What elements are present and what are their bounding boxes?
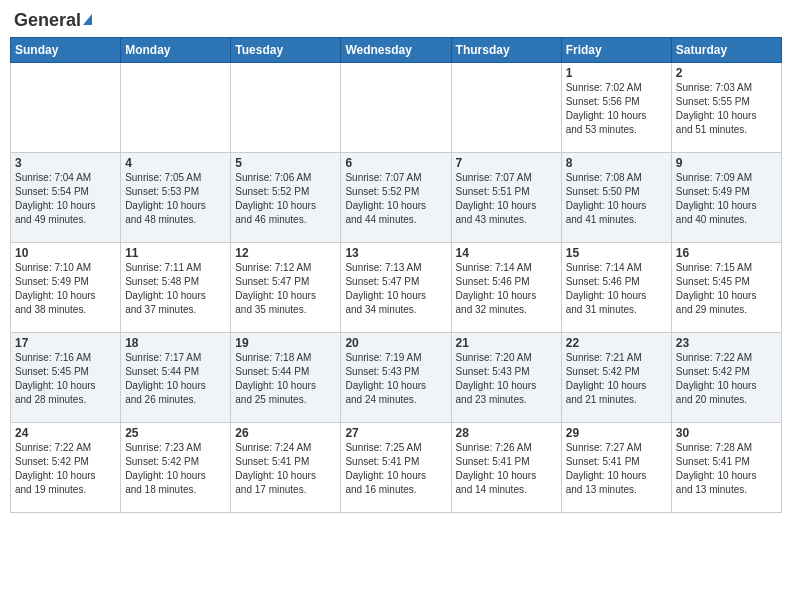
logo: General xyxy=(14,10,92,29)
cell-sun-info: Sunrise: 7:05 AM Sunset: 5:53 PM Dayligh… xyxy=(125,171,226,227)
cell-sun-info: Sunrise: 7:15 AM Sunset: 5:45 PM Dayligh… xyxy=(676,261,777,317)
day-number: 16 xyxy=(676,246,777,260)
day-number: 21 xyxy=(456,336,557,350)
weekday-header: Saturday xyxy=(671,38,781,63)
calendar-cell: 17Sunrise: 7:16 AM Sunset: 5:45 PM Dayli… xyxy=(11,333,121,423)
weekday-header: Thursday xyxy=(451,38,561,63)
day-number: 23 xyxy=(676,336,777,350)
day-number: 25 xyxy=(125,426,226,440)
day-number: 11 xyxy=(125,246,226,260)
weekday-header: Friday xyxy=(561,38,671,63)
cell-sun-info: Sunrise: 7:06 AM Sunset: 5:52 PM Dayligh… xyxy=(235,171,336,227)
cell-sun-info: Sunrise: 7:11 AM Sunset: 5:48 PM Dayligh… xyxy=(125,261,226,317)
cell-sun-info: Sunrise: 7:19 AM Sunset: 5:43 PM Dayligh… xyxy=(345,351,446,407)
calendar-cell: 4Sunrise: 7:05 AM Sunset: 5:53 PM Daylig… xyxy=(121,153,231,243)
calendar-cell xyxy=(341,63,451,153)
calendar-cell: 13Sunrise: 7:13 AM Sunset: 5:47 PM Dayli… xyxy=(341,243,451,333)
page-header: General xyxy=(10,10,782,29)
cell-sun-info: Sunrise: 7:22 AM Sunset: 5:42 PM Dayligh… xyxy=(15,441,116,497)
cell-sun-info: Sunrise: 7:22 AM Sunset: 5:42 PM Dayligh… xyxy=(676,351,777,407)
calendar-cell xyxy=(121,63,231,153)
calendar-cell: 8Sunrise: 7:08 AM Sunset: 5:50 PM Daylig… xyxy=(561,153,671,243)
calendar-cell: 7Sunrise: 7:07 AM Sunset: 5:51 PM Daylig… xyxy=(451,153,561,243)
day-number: 9 xyxy=(676,156,777,170)
calendar-cell: 9Sunrise: 7:09 AM Sunset: 5:49 PM Daylig… xyxy=(671,153,781,243)
calendar-week-row: 10Sunrise: 7:10 AM Sunset: 5:49 PM Dayli… xyxy=(11,243,782,333)
calendar-body: 1Sunrise: 7:02 AM Sunset: 5:56 PM Daylig… xyxy=(11,63,782,513)
calendar-cell xyxy=(11,63,121,153)
calendar-cell: 3Sunrise: 7:04 AM Sunset: 5:54 PM Daylig… xyxy=(11,153,121,243)
day-number: 14 xyxy=(456,246,557,260)
cell-sun-info: Sunrise: 7:25 AM Sunset: 5:41 PM Dayligh… xyxy=(345,441,446,497)
calendar-table: SundayMondayTuesdayWednesdayThursdayFrid… xyxy=(10,37,782,513)
calendar-cell xyxy=(231,63,341,153)
calendar-cell: 29Sunrise: 7:27 AM Sunset: 5:41 PM Dayli… xyxy=(561,423,671,513)
cell-sun-info: Sunrise: 7:24 AM Sunset: 5:41 PM Dayligh… xyxy=(235,441,336,497)
day-number: 19 xyxy=(235,336,336,350)
day-number: 8 xyxy=(566,156,667,170)
cell-sun-info: Sunrise: 7:21 AM Sunset: 5:42 PM Dayligh… xyxy=(566,351,667,407)
day-number: 28 xyxy=(456,426,557,440)
calendar-cell: 28Sunrise: 7:26 AM Sunset: 5:41 PM Dayli… xyxy=(451,423,561,513)
calendar-cell: 21Sunrise: 7:20 AM Sunset: 5:43 PM Dayli… xyxy=(451,333,561,423)
day-number: 26 xyxy=(235,426,336,440)
weekday-header: Tuesday xyxy=(231,38,341,63)
weekday-header: Sunday xyxy=(11,38,121,63)
cell-sun-info: Sunrise: 7:07 AM Sunset: 5:51 PM Dayligh… xyxy=(456,171,557,227)
calendar-cell: 6Sunrise: 7:07 AM Sunset: 5:52 PM Daylig… xyxy=(341,153,451,243)
cell-sun-info: Sunrise: 7:10 AM Sunset: 5:49 PM Dayligh… xyxy=(15,261,116,317)
cell-sun-info: Sunrise: 7:14 AM Sunset: 5:46 PM Dayligh… xyxy=(566,261,667,317)
cell-sun-info: Sunrise: 7:13 AM Sunset: 5:47 PM Dayligh… xyxy=(345,261,446,317)
calendar-cell: 27Sunrise: 7:25 AM Sunset: 5:41 PM Dayli… xyxy=(341,423,451,513)
day-number: 27 xyxy=(345,426,446,440)
day-number: 20 xyxy=(345,336,446,350)
cell-sun-info: Sunrise: 7:02 AM Sunset: 5:56 PM Dayligh… xyxy=(566,81,667,137)
calendar-cell: 1Sunrise: 7:02 AM Sunset: 5:56 PM Daylig… xyxy=(561,63,671,153)
calendar-cell: 30Sunrise: 7:28 AM Sunset: 5:41 PM Dayli… xyxy=(671,423,781,513)
day-number: 7 xyxy=(456,156,557,170)
day-number: 17 xyxy=(15,336,116,350)
day-number: 13 xyxy=(345,246,446,260)
cell-sun-info: Sunrise: 7:07 AM Sunset: 5:52 PM Dayligh… xyxy=(345,171,446,227)
calendar-cell xyxy=(451,63,561,153)
cell-sun-info: Sunrise: 7:14 AM Sunset: 5:46 PM Dayligh… xyxy=(456,261,557,317)
calendar-cell: 20Sunrise: 7:19 AM Sunset: 5:43 PM Dayli… xyxy=(341,333,451,423)
calendar-cell: 22Sunrise: 7:21 AM Sunset: 5:42 PM Dayli… xyxy=(561,333,671,423)
logo-general: General xyxy=(14,10,81,31)
cell-sun-info: Sunrise: 7:09 AM Sunset: 5:49 PM Dayligh… xyxy=(676,171,777,227)
day-number: 10 xyxy=(15,246,116,260)
day-number: 22 xyxy=(566,336,667,350)
day-number: 12 xyxy=(235,246,336,260)
day-number: 6 xyxy=(345,156,446,170)
calendar-week-row: 3Sunrise: 7:04 AM Sunset: 5:54 PM Daylig… xyxy=(11,153,782,243)
calendar-cell: 12Sunrise: 7:12 AM Sunset: 5:47 PM Dayli… xyxy=(231,243,341,333)
calendar-cell: 24Sunrise: 7:22 AM Sunset: 5:42 PM Dayli… xyxy=(11,423,121,513)
day-number: 29 xyxy=(566,426,667,440)
day-number: 30 xyxy=(676,426,777,440)
cell-sun-info: Sunrise: 7:23 AM Sunset: 5:42 PM Dayligh… xyxy=(125,441,226,497)
day-number: 5 xyxy=(235,156,336,170)
day-number: 18 xyxy=(125,336,226,350)
cell-sun-info: Sunrise: 7:08 AM Sunset: 5:50 PM Dayligh… xyxy=(566,171,667,227)
cell-sun-info: Sunrise: 7:26 AM Sunset: 5:41 PM Dayligh… xyxy=(456,441,557,497)
cell-sun-info: Sunrise: 7:28 AM Sunset: 5:41 PM Dayligh… xyxy=(676,441,777,497)
cell-sun-info: Sunrise: 7:16 AM Sunset: 5:45 PM Dayligh… xyxy=(15,351,116,407)
cell-sun-info: Sunrise: 7:04 AM Sunset: 5:54 PM Dayligh… xyxy=(15,171,116,227)
cell-sun-info: Sunrise: 7:18 AM Sunset: 5:44 PM Dayligh… xyxy=(235,351,336,407)
calendar-cell: 14Sunrise: 7:14 AM Sunset: 5:46 PM Dayli… xyxy=(451,243,561,333)
day-number: 15 xyxy=(566,246,667,260)
weekday-header: Monday xyxy=(121,38,231,63)
cell-sun-info: Sunrise: 7:03 AM Sunset: 5:55 PM Dayligh… xyxy=(676,81,777,137)
day-number: 1 xyxy=(566,66,667,80)
calendar-cell: 11Sunrise: 7:11 AM Sunset: 5:48 PM Dayli… xyxy=(121,243,231,333)
calendar-week-row: 1Sunrise: 7:02 AM Sunset: 5:56 PM Daylig… xyxy=(11,63,782,153)
calendar-cell: 23Sunrise: 7:22 AM Sunset: 5:42 PM Dayli… xyxy=(671,333,781,423)
calendar-cell: 16Sunrise: 7:15 AM Sunset: 5:45 PM Dayli… xyxy=(671,243,781,333)
calendar-cell: 5Sunrise: 7:06 AM Sunset: 5:52 PM Daylig… xyxy=(231,153,341,243)
cell-sun-info: Sunrise: 7:20 AM Sunset: 5:43 PM Dayligh… xyxy=(456,351,557,407)
cell-sun-info: Sunrise: 7:27 AM Sunset: 5:41 PM Dayligh… xyxy=(566,441,667,497)
weekday-header: Wednesday xyxy=(341,38,451,63)
cell-sun-info: Sunrise: 7:17 AM Sunset: 5:44 PM Dayligh… xyxy=(125,351,226,407)
calendar-cell: 19Sunrise: 7:18 AM Sunset: 5:44 PM Dayli… xyxy=(231,333,341,423)
day-number: 4 xyxy=(125,156,226,170)
